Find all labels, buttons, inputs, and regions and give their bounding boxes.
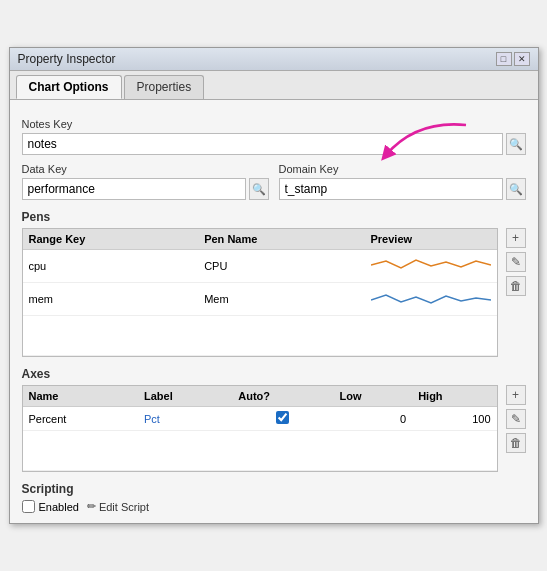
search-icon: 🔍	[509, 138, 523, 151]
chart-options-content: Notes Key 🔍 Data Key	[10, 100, 538, 523]
table-row: cpu CPU	[23, 250, 497, 283]
notes-key-row: 🔍	[22, 133, 526, 155]
delete-icon: 🗑	[510, 279, 522, 293]
mem-line-chart	[371, 287, 491, 309]
pens-col-preview: Preview	[365, 229, 497, 250]
table-row: mem Mem	[23, 283, 497, 316]
data-key-input[interactable]	[22, 178, 246, 200]
axes-col-label: Label	[138, 386, 232, 407]
scripting-section: Scripting Enabled ✏ Edit Script	[22, 482, 526, 513]
data-key-section: Data Key 🔍	[22, 155, 269, 200]
pens-col-pen-name: Pen Name	[198, 229, 364, 250]
scripting-enabled-checkbox[interactable]	[22, 500, 35, 513]
data-key-row: 🔍	[22, 178, 269, 200]
axis-auto-checkbox[interactable]	[276, 411, 289, 424]
axes-section: Name Label Auto? Low High Percent Pct	[22, 385, 526, 472]
scripting-row: Enabled ✏ Edit Script	[22, 500, 526, 513]
pen-name-cpu: CPU	[198, 250, 364, 283]
tab-properties[interactable]: Properties	[124, 75, 205, 99]
edit-icon: ✎	[511, 412, 521, 426]
axes-col-high: High	[412, 386, 496, 407]
enabled-checkbox-label: Enabled	[22, 500, 79, 513]
pens-section-label: Pens	[22, 210, 526, 224]
data-key-label: Data Key	[22, 163, 269, 175]
data-key-search-button[interactable]: 🔍	[249, 178, 269, 200]
data-domain-row: Data Key 🔍 Domain Key 🔍	[22, 155, 526, 200]
table-row: Percent Pct 0 100	[23, 407, 497, 431]
axes-col-low: Low	[333, 386, 412, 407]
window-controls: □ ✕	[496, 52, 530, 66]
axes-empty-row	[23, 431, 497, 471]
enabled-label: Enabled	[39, 501, 79, 513]
axes-add-button[interactable]: +	[506, 385, 526, 405]
axes-col-auto: Auto?	[232, 386, 333, 407]
axes-table-container: Name Label Auto? Low High Percent Pct	[22, 385, 498, 472]
domain-key-input[interactable]	[279, 178, 503, 200]
minimize-button[interactable]: □	[496, 52, 512, 66]
pencil-icon: ✏	[87, 500, 96, 513]
pens-table-container: Range Key Pen Name Preview cpu CPU	[22, 228, 498, 357]
domain-key-row: 🔍	[279, 178, 526, 200]
domain-key-label: Domain Key	[279, 163, 526, 175]
pens-empty-row	[23, 316, 497, 356]
pens-edit-button[interactable]: ✎	[506, 252, 526, 272]
pens-col-range-key: Range Key	[23, 229, 199, 250]
axis-auto-percent	[232, 407, 333, 431]
axes-side-buttons: + ✎ 🗑	[502, 385, 526, 453]
tab-chart-options[interactable]: Chart Options	[16, 75, 122, 99]
close-button[interactable]: ✕	[514, 52, 530, 66]
pens-add-button[interactable]: +	[506, 228, 526, 248]
scripting-section-label: Scripting	[22, 482, 526, 496]
pen-preview-cpu	[365, 250, 497, 283]
notes-key-search-button[interactable]: 🔍	[506, 133, 526, 155]
edit-icon: ✎	[511, 255, 521, 269]
window-title: Property Inspector	[18, 52, 116, 66]
axis-high-percent: 100	[412, 407, 496, 431]
pens-delete-button[interactable]: 🗑	[506, 276, 526, 296]
pens-section: Range Key Pen Name Preview cpu CPU	[22, 228, 526, 357]
notes-key-label: Notes Key	[22, 118, 526, 130]
axes-table: Name Label Auto? Low High Percent Pct	[23, 386, 497, 471]
edit-script-label: Edit Script	[99, 501, 149, 513]
axes-section-label: Axes	[22, 367, 526, 381]
axes-delete-button[interactable]: 🗑	[506, 433, 526, 453]
axis-name-percent: Percent	[23, 407, 138, 431]
axes-col-name: Name	[23, 386, 138, 407]
pen-name-mem: Mem	[198, 283, 364, 316]
notes-key-input[interactable]	[22, 133, 503, 155]
cpu-line-chart	[371, 254, 491, 276]
edit-script-button[interactable]: ✏ Edit Script	[87, 500, 149, 513]
search-icon: 🔍	[252, 183, 266, 196]
axis-label-pct: Pct	[138, 407, 232, 431]
search-icon: 🔍	[509, 183, 523, 196]
property-inspector-window: Property Inspector □ ✕ Chart Options Pro…	[9, 47, 539, 524]
pens-side-buttons: + ✎ 🗑	[502, 228, 526, 296]
axis-low-percent: 0	[333, 407, 412, 431]
pen-range-key-mem: mem	[23, 283, 199, 316]
axes-edit-button[interactable]: ✎	[506, 409, 526, 429]
domain-key-section: Domain Key 🔍	[279, 155, 526, 200]
title-bar: Property Inspector □ ✕	[10, 48, 538, 71]
notes-key-section: 🔍	[22, 133, 526, 155]
pen-preview-mem	[365, 283, 497, 316]
domain-key-search-button[interactable]: 🔍	[506, 178, 526, 200]
delete-icon: 🗑	[510, 436, 522, 450]
tab-bar: Chart Options Properties	[10, 71, 538, 100]
pens-table: Range Key Pen Name Preview cpu CPU	[23, 229, 497, 356]
pen-range-key-cpu: cpu	[23, 250, 199, 283]
